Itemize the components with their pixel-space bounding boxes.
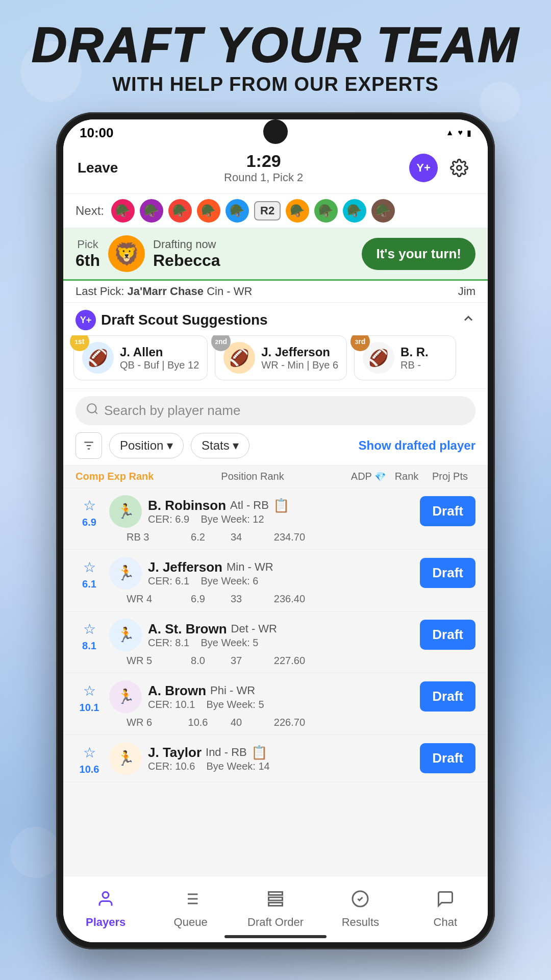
status-icons: ▲ ♥ ▮	[446, 128, 471, 138]
player-main-info-4: A. Brown Phi - WR CER: 10.1 Bye Week: 5	[148, 683, 414, 710]
players-icon	[96, 890, 115, 913]
last-pick-text: Last Pick: Ja'Marr Chase Cin - WR	[76, 285, 252, 298]
svg-rect-14	[269, 897, 283, 900]
results-icon	[351, 890, 369, 913]
player-team-1: Atl - RB	[230, 499, 269, 512]
draft-button-1[interactable]: Draft	[420, 496, 475, 526]
your-turn-button[interactable]: It's your turn!	[362, 238, 475, 270]
pick-number: Pick 6th	[76, 238, 100, 270]
col-rank-header: Rank	[389, 471, 424, 482]
draft-timer: 1:29	[224, 151, 303, 171]
player-main-info-3: A. St. Brown Det - WR CER: 8.1 Bye Week:…	[148, 621, 414, 649]
suggestion-card-2[interactable]: 2nd 🏈 J. Jefferson WR - Min | Bye 6	[215, 335, 347, 380]
svg-rect-15	[269, 903, 283, 906]
draft-button-2[interactable]: Draft	[420, 558, 475, 588]
show-drafted-button[interactable]: Show drafted player	[359, 438, 475, 453]
drafting-banner: Pick 6th 🦁 Drafting now Rebecca It's you…	[63, 228, 488, 281]
rank-val-4: 40	[218, 717, 254, 728]
pos-rank-2: WR 4	[127, 593, 178, 605]
table-row: ☆ 8.1 🏃 A. St. Brown Det - WR CER: 8.1 B…	[63, 611, 488, 673]
player-main-info-5: J. Taylor Ind - RB 📋 CER: 10.6 Bye Week:…	[148, 745, 414, 772]
hero-title-line2: WITH HELP FROM OUR EXPERTS	[0, 74, 551, 95]
star-button-1[interactable]: ☆	[78, 494, 101, 517]
cer-score-1: 6.9	[78, 517, 101, 528]
svg-point-1	[87, 404, 96, 412]
player-photo-3: 🏃	[109, 619, 142, 651]
nav-label-players: Players	[86, 916, 126, 929]
table-row: ☆ 6.9 🏃 B. Robinson Atl - RB 📋 CER: 6.9	[63, 488, 488, 550]
chevron-up-icon[interactable]	[461, 311, 475, 329]
nav-label-draft-order: Draft Order	[247, 916, 304, 929]
scout-yplus: Y+	[76, 310, 96, 330]
header-actions: Y+	[409, 154, 473, 182]
svg-point-0	[457, 165, 462, 170]
svg-rect-13	[269, 892, 283, 895]
nav-item-draft-order[interactable]: Draft Order	[233, 883, 318, 929]
search-icon	[86, 402, 99, 419]
star-button-5[interactable]: ☆	[78, 741, 101, 764]
adp-val-3: 8.0	[178, 655, 218, 667]
player-icon-5: 📋	[251, 745, 267, 761]
nav-item-chat[interactable]: Chat	[403, 883, 488, 929]
home-indicator	[224, 935, 327, 938]
col-pos-header: Position Rank	[157, 471, 348, 482]
camera-notch	[263, 119, 288, 144]
cer-score-5: 10.6	[78, 764, 101, 775]
col-comp-header[interactable]: Comp Exp Rank	[76, 471, 157, 482]
proj-val-2: 236.40	[254, 593, 305, 605]
svg-point-6	[103, 892, 109, 898]
player-icon-1: 📋	[273, 498, 289, 513]
scout-section: Y+ Draft Scout Suggestions 1st 🏈	[63, 303, 488, 389]
round-badge: R2	[254, 201, 281, 220]
last-pick-bar: Last Pick: Ja'Marr Chase Cin - WR Jim	[63, 281, 488, 303]
yplus-button[interactable]: Y+	[409, 154, 438, 182]
helmet-6: 🪖	[286, 199, 309, 223]
nav-label-chat: Chat	[434, 916, 457, 929]
filter-icon-button[interactable]	[76, 432, 102, 459]
proj-val-4: 226.70	[254, 717, 305, 728]
player-team-4: Phi - WR	[210, 684, 255, 697]
player-team-3: Det - WR	[231, 622, 277, 635]
col-adp-header: ADP 💎	[348, 471, 389, 482]
nav-item-queue[interactable]: Queue	[148, 883, 233, 929]
adp-val-2: 6.9	[178, 593, 218, 605]
nav-item-players[interactable]: Players	[63, 883, 148, 929]
suggestion-detail-2: WR - Min | Bye 6	[261, 359, 338, 371]
star-button-4[interactable]: ☆	[78, 679, 101, 702]
last-pick-user: Jim	[458, 285, 475, 298]
suggestion-card-3[interactable]: 3rd 🏈 B. R. RB -	[354, 335, 456, 380]
search-filter-section: Search by player name Position ▾ Stats ▾…	[63, 389, 488, 465]
cer-score-2: 6.1	[78, 578, 101, 590]
phone-screen: 10:00 ▲ ♥ ▮ Leave 1:29 Round 1, Pick 2	[63, 119, 488, 942]
helmet-8: 🪖	[343, 199, 366, 223]
settings-button[interactable]	[445, 154, 473, 182]
round-info: Round 1, Pick 2	[224, 171, 303, 184]
nav-label-queue: Queue	[174, 916, 208, 929]
filter-row: Position ▾ Stats ▾ Show drafted player	[76, 432, 475, 459]
adp-val-1: 6.2	[178, 531, 218, 543]
nav-item-results[interactable]: Results	[318, 883, 403, 929]
app-header: Leave 1:29 Round 1, Pick 2 Y+	[63, 146, 488, 194]
search-bar[interactable]: Search by player name	[76, 396, 475, 425]
stats-filter-button[interactable]: Stats ▾	[191, 433, 249, 458]
timer-section: 1:29 Round 1, Pick 2	[224, 151, 303, 184]
cer-score-4: 10.1	[78, 702, 101, 714]
player-photo-4: 🏃	[109, 680, 142, 713]
col-proj-header: Proj Pts	[424, 471, 475, 482]
star-button-3[interactable]: ☆	[78, 618, 101, 640]
suggestion-card-1[interactable]: 1st 🏈 J. Allen QB - Buf | Bye 12	[73, 335, 208, 380]
pos-rank-4: WR 6	[127, 717, 178, 728]
page-hero: DRAFT YOUR TEAM WITH HELP FROM OUR EXPER…	[0, 20, 551, 95]
position-filter-button[interactable]: Position ▾	[109, 433, 184, 458]
player-photo-5: 🏃	[109, 742, 142, 775]
star-button-2[interactable]: ☆	[78, 556, 101, 578]
draft-button-4[interactable]: Draft	[420, 681, 475, 712]
battery-icon: ▮	[467, 128, 471, 138]
leave-button[interactable]: Leave	[78, 160, 118, 176]
player-photo-2: 🏃	[109, 557, 142, 590]
draft-button-5[interactable]: Draft	[420, 743, 475, 773]
suggestion-name-1: J. Allen	[120, 345, 199, 359]
player-name-2: J. Jefferson	[148, 559, 222, 575]
draft-button-3[interactable]: Draft	[420, 620, 475, 650]
suggestion-detail-1: QB - Buf | Bye 12	[120, 359, 199, 371]
